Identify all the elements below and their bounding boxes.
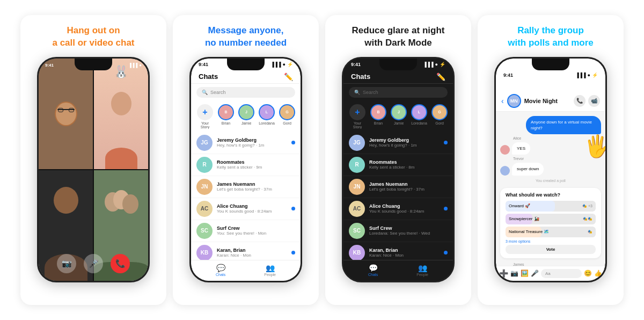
- mic-icon[interactable]: 🎤: [531, 270, 539, 277]
- mic-button[interactable]: 🎤: [84, 254, 103, 273]
- trevor-label: Trevor: [513, 157, 601, 161]
- stories-row-2: + Your Story B Brian J Jamie L Loredana: [191, 101, 301, 132]
- stories-row-3: + Your Story B Brian J Jamie L Loredana: [343, 101, 453, 132]
- trevor-avatar: [500, 166, 510, 176]
- vote-button[interactable]: Vote: [506, 245, 596, 254]
- phone-mockup-polls: 🖐️ 9:41 ▐▐▐●⚡ ‹ MN Movie Night 📞 📹: [494, 57, 607, 282]
- video-cell-2: 🐰: [94, 59, 148, 169]
- poll-card: What should we watch? Onward 🚀 🎭 +3: [500, 188, 601, 258]
- phone-notch-2: [227, 59, 265, 70]
- alice-label: Alice: [513, 136, 601, 140]
- video-cell-1: [39, 59, 93, 169]
- card2-title: Message anyone, no number needed: [205, 25, 287, 49]
- compose-icon-dark[interactable]: ✏️: [436, 72, 445, 81]
- chat-input-bar: ➕ 📷 🖼️ 🎤 Aa 😊 👍: [496, 266, 605, 281]
- trevor-message: super down: [512, 163, 544, 175]
- phone-notch-4: [532, 59, 569, 70]
- phone-notch-3: [379, 59, 417, 70]
- chat-alice[interactable]: AC Alice Chuang You K sounds good · 8:24…: [191, 198, 301, 220]
- chat-roommates-dark[interactable]: R Roommates Kelly sent a sticker · 8m: [343, 154, 453, 176]
- call-controls: 📷 🎤 📞: [39, 254, 148, 273]
- messenger-header-3: Chats ✏️: [343, 68, 453, 84]
- messenger-screen-dark: 9:41 ▐▐▐●⚡ Chats ✏️ 🔍 Search + Your Stor…: [343, 59, 453, 281]
- movie-night-avatar: MN: [507, 94, 521, 108]
- nav-chats-2[interactable]: 💬 Chats: [216, 264, 225, 277]
- camera-button[interactable]: 📷: [57, 254, 76, 273]
- story-brian[interactable]: B Brian: [218, 104, 234, 129]
- poll-option-onward: Onward 🚀 🎭 +3: [506, 201, 596, 212]
- outgoing-bubble-row: Anyone down for a virtual movie night?: [500, 116, 601, 134]
- alice-bubble-row: YES: [500, 142, 601, 155]
- chat-surf-dark[interactable]: SC Surf Crew Loredana: See you there! · …: [343, 220, 453, 242]
- image-icon[interactable]: 🖼️: [521, 270, 529, 277]
- add-story-item[interactable]: + Your Story: [196, 104, 214, 129]
- chat-list-2: JG Jeremy Goldberg Hey, how's it going? …: [191, 132, 301, 260]
- thumbs-up-icon[interactable]: 👍: [594, 270, 602, 277]
- phone-call-button[interactable]: 📞: [574, 95, 586, 107]
- bottom-nav-2: 💬 Chats 👥 People: [191, 260, 301, 281]
- phone-notch: [75, 59, 112, 70]
- alice-message: YES: [512, 142, 530, 155]
- alice-avatar: [500, 145, 510, 155]
- nav-chats-3[interactable]: 💬 Chats: [368, 264, 378, 277]
- chat-karan-dark[interactable]: KB Karan, Brian Karan: Nice · Mon: [343, 242, 453, 260]
- search-icon-2: 🔍: [202, 90, 208, 95]
- compose-icon[interactable]: ✏️: [284, 72, 293, 81]
- chat-messages: Anyone down for a virtual movie night? A…: [496, 112, 605, 266]
- trevor-bubble-row: super down: [500, 163, 601, 175]
- end-call-button[interactable]: 📞: [111, 254, 130, 273]
- chat-surf[interactable]: SC Surf Crew You: See you there! · Mon: [191, 220, 301, 242]
- movie-chat-header: ‹ MN Movie Night 📞 📹: [496, 79, 605, 112]
- add-story-dark[interactable]: + Your Story: [349, 104, 366, 129]
- video-call-screen: 🐰: [39, 59, 148, 281]
- story-gord[interactable]: G Gord: [279, 104, 295, 129]
- phone-mockup-video: 🐰: [37, 57, 150, 282]
- messenger-header-2: Chats ✏️: [191, 68, 301, 84]
- features-row: Hang out on a call or video chat: [0, 4, 644, 316]
- back-icon[interactable]: ‹: [501, 97, 504, 105]
- story-loredana[interactable]: L Loredana: [259, 104, 275, 129]
- phone-mockup-dark: 9:41 ▐▐▐●⚡ Chats ✏️ 🔍 Search + Your Stor…: [342, 57, 455, 282]
- plus-icon[interactable]: ➕: [499, 269, 508, 278]
- card4-title: Rally the group with polls and more: [508, 25, 594, 49]
- movie-action-buttons: 📞 📹: [574, 95, 600, 107]
- message-input[interactable]: Aa: [541, 269, 582, 278]
- nav-people-2[interactable]: 👥 People: [264, 264, 276, 277]
- card3-title: Reduce glare at night with Dark Mode: [352, 25, 445, 49]
- chat-jeremy[interactable]: JG Jeremy Goldberg Hey, how's it going? …: [191, 132, 301, 154]
- chat-james-dark[interactable]: JN James Nuemann Let's get boba tonight?…: [343, 176, 453, 198]
- story-jamie-dark[interactable]: J Jamie: [391, 104, 407, 129]
- emoji-icon[interactable]: 😊: [584, 270, 592, 277]
- chat-jeremy-dark[interactable]: JG Jeremy Goldberg Hey, how's it going? …: [343, 132, 453, 154]
- chat-list-3: JG Jeremy Goldberg Hey, how's it going? …: [343, 132, 453, 260]
- messenger-screen-light: 9:41 ▐▐▐●⚡ Chats ✏️ 🔍 Search + Your Stor…: [191, 59, 301, 281]
- feature-card-video-chat: Hang out on a call or video chat: [20, 15, 166, 305]
- phone-mockup-message: 9:41 ▐▐▐●⚡ Chats ✏️ 🔍 Search + Your Stor…: [189, 57, 302, 282]
- camera-icon[interactable]: 📷: [510, 270, 518, 277]
- feature-card-message: Message anyone, no number needed 9:41 ▐▐…: [173, 15, 319, 305]
- poll-more-options[interactable]: 3 more options: [506, 239, 596, 243]
- chat-karan[interactable]: KB Karan, Brian Karan: Nice · Mon: [191, 242, 301, 260]
- poll-option-national-treasure: National Treasure 🗺️ 🎭: [506, 227, 596, 237]
- question-bubble: Anyone down for a virtual movie night?: [526, 116, 601, 134]
- story-brian-dark[interactable]: B Brian: [370, 104, 386, 129]
- video-call-button[interactable]: 📹: [588, 95, 600, 107]
- feature-card-polls: Rally the group with polls and more 🖐️ 9…: [478, 15, 624, 305]
- bottom-nav-3: 💬 Chats 👥 People: [343, 260, 453, 281]
- story-loredana-dark[interactable]: L Loredana: [411, 104, 427, 129]
- feature-card-dark-mode: Reduce glare at night with Dark Mode 9:4…: [325, 15, 471, 305]
- search-icon-3: 🔍: [354, 90, 360, 95]
- chat-james[interactable]: JN James Nuemann Let's get boba tonight?…: [191, 176, 301, 198]
- story-jamie[interactable]: J Jamie: [238, 104, 254, 129]
- search-bar-2[interactable]: 🔍 Search: [196, 87, 295, 98]
- card1-title: Hang out on a call or video chat: [52, 25, 134, 49]
- poll-option-snowpiercer: Snowpiercer 🚂 🎭🎭: [506, 214, 596, 224]
- search-bar-3[interactable]: 🔍 Search: [349, 87, 448, 98]
- story-gord-dark[interactable]: G Gord: [431, 104, 448, 129]
- poll-question: What should we watch?: [506, 192, 596, 198]
- nav-people-3[interactable]: 👥 People: [416, 264, 428, 277]
- chat-alice-dark[interactable]: AC Alice Chuang You K sounds good · 8:24…: [343, 198, 453, 220]
- chat-roommates[interactable]: R Roommates Kelly sent a sticker · 9m: [191, 154, 301, 176]
- system-poll-message: You created a poll: [500, 179, 601, 183]
- movie-chat-screen: 9:41 ▐▐▐●⚡ ‹ MN Movie Night 📞 📹 Anyone d…: [496, 59, 605, 281]
